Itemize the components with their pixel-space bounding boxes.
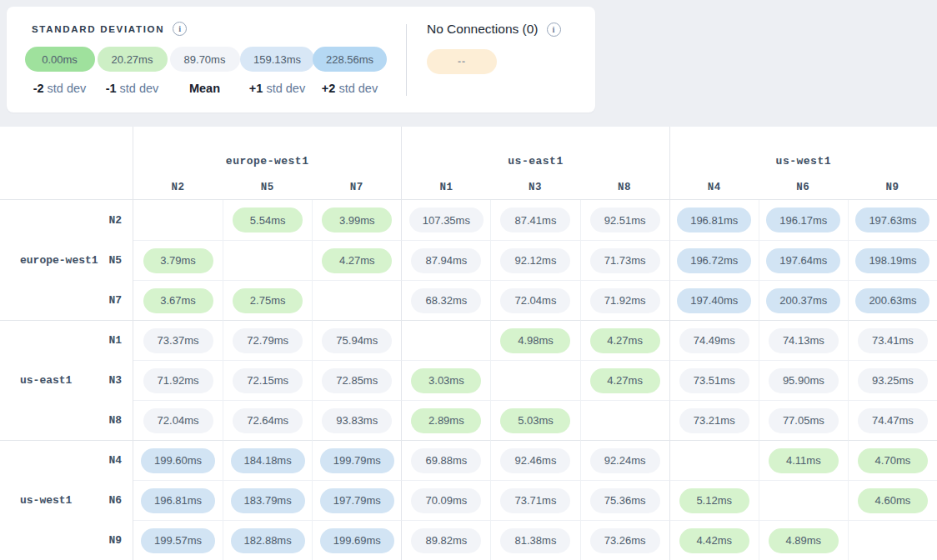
latency-pill[interactable]: 72.85ms [322, 368, 392, 393]
latency-pill[interactable]: 72.64ms [233, 408, 303, 433]
latency-pill[interactable]: 3.03ms [411, 368, 481, 393]
legend-pill: 159.13ms [240, 47, 314, 72]
latency-pill[interactable]: 92.51ms [590, 208, 660, 232]
latency-pill[interactable]: 196.17ms [766, 208, 840, 232]
latency-pill[interactable]: 4.89ms [769, 528, 839, 553]
latency-pill[interactable]: 74.49ms [679, 328, 749, 353]
latency-pill[interactable]: 198.19ms [855, 248, 929, 273]
latency-pill[interactable]: 4.11ms [769, 448, 839, 473]
latency-pill[interactable]: 75.36ms [590, 488, 660, 513]
latency-pill[interactable]: 70.09ms [411, 488, 481, 513]
latency-pill[interactable]: 92.12ms [500, 248, 570, 273]
latency-pill[interactable]: 93.25ms [858, 368, 928, 393]
row-node-label: N7 [108, 294, 122, 307]
latency-pill[interactable]: 196.81ms [677, 208, 751, 232]
latency-pill[interactable]: 196.72ms [677, 248, 751, 273]
latency-pill[interactable]: 199.69ms [320, 528, 394, 553]
no-connections-legend: No Connections (0) i -- [407, 7, 561, 112]
latency-pill[interactable]: 73.26ms [590, 528, 660, 553]
latency-cell: 89.82ms [401, 520, 490, 560]
latency-pill[interactable]: 73.71ms [500, 488, 570, 513]
latency-cell: 81.38ms [490, 520, 579, 560]
latency-pill[interactable]: 2.75ms [233, 288, 303, 313]
latency-pill[interactable]: 73.41ms [858, 328, 928, 353]
info-icon[interactable]: i [173, 22, 187, 36]
latency-pill[interactable]: 73.21ms [679, 408, 749, 433]
latency-pill[interactable]: 89.82ms [411, 528, 481, 553]
latency-pill[interactable]: 4.27ms [590, 328, 660, 353]
latency-pill[interactable]: 4.42ms [679, 528, 749, 553]
latency-pill[interactable]: 199.60ms [141, 448, 215, 473]
latency-cell: 3.03ms [401, 360, 490, 400]
latency-pill[interactable]: 3.99ms [322, 208, 392, 232]
latency-pill[interactable]: 197.40ms [677, 288, 751, 313]
latency-pill[interactable]: 5.12ms [679, 488, 749, 513]
latency-pill[interactable]: 200.37ms [766, 288, 840, 313]
latency-pill[interactable]: 197.64ms [766, 248, 840, 273]
latency-pill[interactable]: 92.24ms [590, 448, 660, 473]
latency-pill[interactable]: 81.38ms [500, 528, 570, 553]
latency-pill[interactable]: 73.37ms [143, 328, 213, 353]
latency-pill[interactable]: 3.79ms [143, 248, 213, 273]
latency-pill[interactable]: 93.83ms [322, 408, 392, 433]
latency-pill[interactable]: 77.05ms [769, 408, 839, 433]
latency-pill[interactable]: 4.27ms [590, 368, 660, 393]
info-icon[interactable]: i [547, 22, 561, 37]
latency-pill[interactable]: 95.90ms [769, 368, 839, 393]
latency-pill[interactable]: 197.63ms [855, 208, 929, 232]
latency-pill[interactable]: 4.98ms [500, 328, 570, 353]
latency-pill[interactable]: 74.47ms [858, 408, 928, 433]
legend-pill: 0.00ms [25, 47, 95, 72]
latency-cell: 92.24ms [580, 440, 669, 480]
self-latency-cell [490, 360, 579, 400]
latency-pill[interactable]: 2.89ms [411, 408, 481, 433]
latency-cell: 95.90ms [759, 360, 848, 400]
latency-pill[interactable]: 73.51ms [679, 368, 749, 393]
latency-pill[interactable]: 69.88ms [411, 448, 481, 473]
row-node-label: N1 [108, 334, 122, 347]
latency-pill[interactable]: 75.94ms [322, 328, 392, 353]
latency-pill[interactable]: 4.60ms [858, 488, 928, 513]
latency-cell: 4.27ms [312, 240, 401, 280]
latency-pill[interactable]: 71.92ms [143, 368, 213, 393]
latency-pill[interactable]: 197.79ms [320, 488, 394, 513]
latency-cell: 4.27ms [580, 360, 669, 400]
latency-pill[interactable]: 199.79ms [320, 448, 394, 473]
latency-pill[interactable]: 92.46ms [500, 448, 570, 473]
latency-cell: 107.35ms [401, 200, 490, 240]
latency-pill[interactable]: 3.67ms [143, 288, 213, 313]
latency-pill[interactable]: 199.57ms [141, 528, 215, 553]
latency-pill[interactable]: 72.04ms [500, 288, 570, 313]
latency-pill[interactable]: 71.92ms [590, 288, 660, 313]
latency-cell: 73.37ms [133, 320, 223, 360]
column-group-header: europe-west1 [133, 127, 401, 175]
latency-pill[interactable]: 71.73ms [590, 248, 660, 273]
no-connections-pill: -- [427, 49, 497, 74]
latency-pill[interactable]: 196.81ms [141, 488, 215, 513]
latency-pill[interactable]: 107.35ms [409, 208, 484, 232]
latency-pill[interactable]: 184.18ms [231, 448, 305, 473]
latency-pill[interactable]: 72.15ms [233, 368, 303, 393]
latency-pill[interactable]: 74.13ms [769, 328, 839, 353]
legend-label: +2 std dev [322, 82, 378, 95]
latency-pill[interactable]: 87.41ms [500, 208, 570, 232]
latency-pill[interactable]: 87.94ms [411, 248, 481, 273]
latency-pill[interactable]: 183.79ms [231, 488, 305, 513]
latency-cell: 200.37ms [759, 280, 848, 320]
latency-pill[interactable]: 5.54ms [233, 208, 303, 232]
latency-pill[interactable]: 4.27ms [322, 248, 392, 273]
column-node-header: N5 [223, 175, 312, 200]
latency-cell: 77.05ms [759, 400, 848, 440]
latency-pill[interactable]: 182.88ms [231, 528, 305, 553]
column-node-header: N7 [312, 175, 401, 200]
latency-pill[interactable]: 72.79ms [233, 328, 303, 353]
latency-pill[interactable]: 200.63ms [855, 288, 929, 313]
latency-pill[interactable]: 4.70ms [858, 448, 928, 473]
latency-pill[interactable]: 5.03ms [500, 408, 570, 433]
row-region-label: europe-west1 [20, 254, 98, 267]
matrix-corner-cell [0, 127, 133, 200]
latency-pill[interactable]: 72.04ms [143, 408, 213, 433]
legend-pill: 20.27ms [98, 47, 168, 72]
latency-cell: 87.94ms [401, 240, 490, 280]
latency-pill[interactable]: 68.32ms [411, 288, 481, 313]
